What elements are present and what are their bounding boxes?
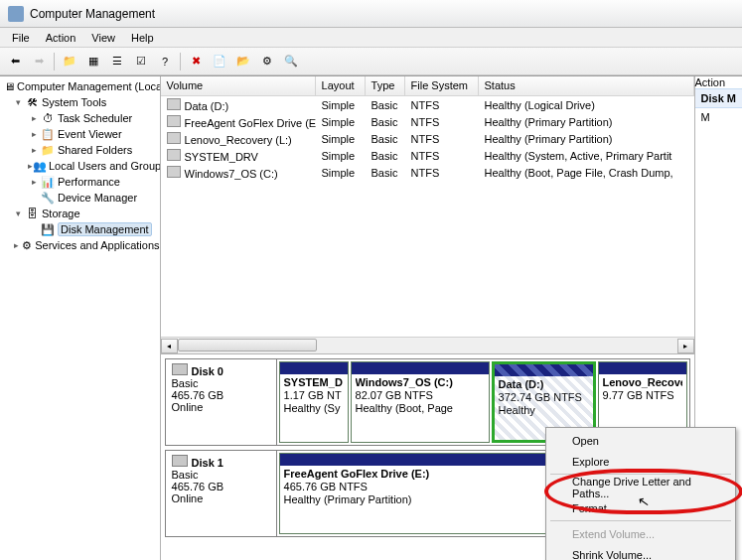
tree-system-tools[interactable]: ▾ 🛠 System Tools [0, 94, 160, 110]
tree-disk-management[interactable]: 💾 Disk Management [0, 221, 160, 237]
volume-list: Volume Layout Type File System Status Da… [161, 76, 694, 354]
caret-down-icon: ▾ [12, 97, 24, 107]
gear-icon: ⚙ [262, 55, 272, 68]
table-row[interactable]: SYSTEM_DRVSimpleBasicNTFSHealthy (System… [161, 147, 694, 164]
volume-icon [167, 132, 181, 144]
settings-button[interactable]: ⚙ [256, 51, 278, 72]
tree-local-users[interactable]: ▸👥Local Users and Groups [0, 158, 160, 174]
volume-icon [167, 166, 181, 178]
menu-open[interactable]: Open [548, 430, 733, 451]
disk-info[interactable]: Disk 0 Basic 465.76 GB Online [166, 359, 277, 445]
volume-icon [167, 115, 181, 127]
tools-icon: 🛠 [24, 95, 40, 109]
up-button[interactable]: 📁 [59, 51, 80, 72]
table-row[interactable]: Lenovo_Recovery (L:)SimpleBasicNTFSHealt… [161, 130, 694, 147]
action-item[interactable]: M [695, 108, 742, 126]
tree-root[interactable]: 🖥 Computer Management (Local [0, 78, 160, 94]
disk-icon [172, 455, 188, 467]
tree-services[interactable]: ▸ ⚙ Services and Applications [0, 237, 160, 253]
storage-icon: 🗄 [24, 207, 40, 220]
arrow-left-icon: ⬅ [11, 55, 20, 68]
caret-down-icon: ▾ [12, 209, 24, 218]
refresh-button[interactable]: ☑ [130, 51, 152, 72]
caret-right-icon: ▸ [28, 145, 40, 155]
x-icon: ✖ [192, 55, 201, 68]
search-icon: 🔍 [284, 55, 298, 68]
action-item[interactable]: Disk M [695, 88, 742, 108]
disk-info[interactable]: Disk 1 Basic 465.76 GB Online [166, 451, 277, 536]
scroll-right-button[interactable]: ▸ [677, 339, 694, 353]
menu-extend-volume: Extend Volume... [548, 523, 733, 544]
volume-body: Data (D:)SimpleBasicNTFSHealthy (Logical… [161, 96, 694, 337]
menu-bar: File Action View Help [0, 28, 742, 48]
table-row[interactable]: Data (D:)SimpleBasicNTFSHealthy (Logical… [161, 96, 694, 113]
services-icon: ⚙ [21, 238, 33, 252]
list-icon: ☰ [112, 55, 122, 68]
forward-button[interactable]: ➡ [28, 51, 50, 72]
scroll-left-button[interactable]: ◂ [161, 339, 178, 353]
horizontal-scrollbar[interactable]: ◂ ▸ [161, 337, 694, 353]
doc-icon: 📄 [213, 55, 226, 68]
help-button[interactable]: ? [154, 51, 176, 72]
open-icon: 📂 [236, 55, 250, 68]
tree-event-viewer[interactable]: ▸📋Event Viewer [0, 126, 160, 142]
back-button[interactable]: ⬅ [4, 51, 26, 72]
volume-header-row: Volume Layout Type File System Status [161, 76, 694, 96]
caret-right-icon: ▸ [28, 113, 40, 123]
event-icon: 📋 [40, 127, 56, 141]
volume-icon [167, 149, 181, 161]
find-button[interactable]: 🔍 [280, 51, 302, 72]
caret-right-icon: ▸ [28, 177, 40, 187]
clock-icon: ⏱ [40, 111, 56, 125]
shared-folder-icon: 📁 [40, 143, 56, 157]
delete-button[interactable]: ✖ [185, 51, 207, 72]
title-bar: Computer Management [0, 0, 742, 28]
menu-shrink-volume[interactable]: Shrink Volume... [548, 544, 733, 560]
menu-file[interactable]: File [4, 30, 38, 46]
table-row[interactable]: Windows7_OS (C:)SimpleBasicNTFSHealthy (… [161, 164, 694, 181]
disk-manage-icon: 💾 [40, 222, 56, 236]
help-icon: ? [162, 56, 168, 68]
volume-icon [167, 98, 181, 110]
folder-up-icon: 📁 [63, 55, 76, 68]
tree-root-label: Computer Management (Local [17, 80, 161, 92]
properties-button[interactable]: ☰ [106, 51, 128, 72]
panel-icon: ▦ [88, 55, 98, 68]
col-status[interactable]: Status [479, 76, 694, 95]
perf-icon: 📊 [40, 175, 56, 189]
menu-action[interactable]: Action [38, 30, 84, 46]
action-button-2[interactable]: 📂 [232, 51, 254, 72]
col-type[interactable]: Type [366, 76, 405, 95]
menu-help[interactable]: Help [123, 30, 162, 46]
checklist-icon: ☑ [136, 55, 146, 68]
device-icon: 🔧 [40, 191, 56, 205]
show-hide-console-button[interactable]: ▦ [82, 51, 104, 72]
caret-right-icon: ▸ [28, 129, 40, 139]
arrow-right-icon: ➡ [35, 55, 44, 68]
cursor-icon: ↖ [637, 492, 652, 510]
scroll-thumb[interactable] [178, 339, 317, 351]
caret-right-icon: ▸ [12, 240, 21, 250]
col-filesystem[interactable]: File System [405, 76, 479, 95]
menu-separator [550, 520, 731, 521]
menu-view[interactable]: View [83, 30, 123, 46]
app-icon [8, 6, 24, 22]
tree-performance[interactable]: ▸📊Performance [0, 174, 160, 190]
scroll-track[interactable] [178, 339, 677, 353]
computer-icon: 🖥 [4, 79, 15, 93]
table-row[interactable]: FreeAgent GoFlex Drive (E:)SimpleBasicNT… [161, 113, 694, 130]
users-icon: 👥 [33, 159, 47, 173]
menu-explore[interactable]: Explore [548, 451, 733, 472]
partition[interactable]: Windows7_OS (C:)82.07 GB NTFSHealthy (Bo… [351, 361, 490, 443]
col-volume[interactable]: Volume [161, 76, 316, 95]
action-button-1[interactable]: 📄 [209, 51, 230, 72]
toolbar: ⬅ ➡ 📁 ▦ ☰ ☑ ? ✖ 📄 📂 ⚙ 🔍 [0, 48, 742, 75]
tree-shared-folders[interactable]: ▸📁Shared Folders [0, 142, 160, 158]
tree-label: System Tools [42, 96, 106, 108]
navigation-tree[interactable]: 🖥 Computer Management (Local ▾ 🛠 System … [0, 76, 161, 560]
tree-device-manager[interactable]: 🔧Device Manager [0, 190, 160, 206]
tree-storage[interactable]: ▾ 🗄 Storage [0, 206, 160, 221]
partition[interactable]: SYSTEM_D1.17 GB NTHealthy (Sy [279, 361, 349, 443]
tree-task-scheduler[interactable]: ▸⏱Task Scheduler [0, 110, 160, 126]
col-layout[interactable]: Layout [316, 76, 366, 95]
